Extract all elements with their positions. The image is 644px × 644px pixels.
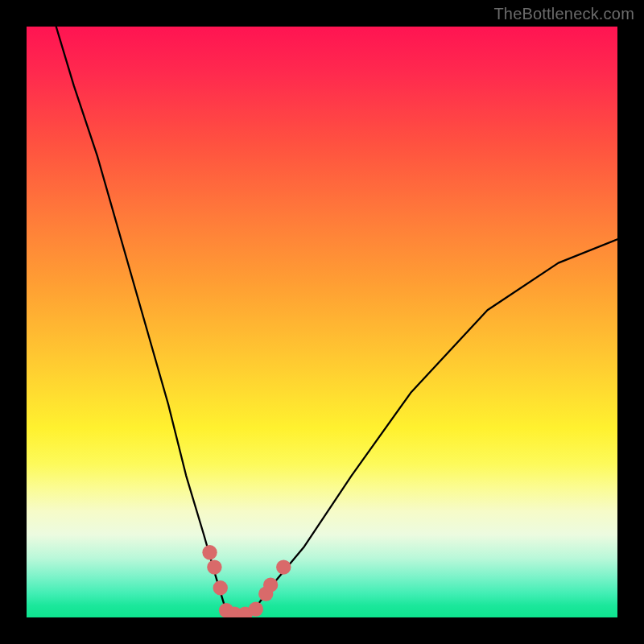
bottleneck-curve-line <box>56 27 617 617</box>
right-band-marker-3 <box>276 559 291 574</box>
plot-area <box>27 27 617 617</box>
watermark-text: TheBottleneck.com <box>493 5 634 23</box>
bottom-marker-4 <box>249 602 263 617</box>
left-band-marker-1 <box>202 545 217 559</box>
left-band-marker-2 <box>207 559 221 574</box>
chart-frame: TheBottleneck.com <box>0 0 644 644</box>
right-band-marker-2 <box>263 577 278 592</box>
marker-group <box>202 545 291 617</box>
chart-svg <box>27 27 617 617</box>
left-band-marker-3 <box>213 580 228 595</box>
